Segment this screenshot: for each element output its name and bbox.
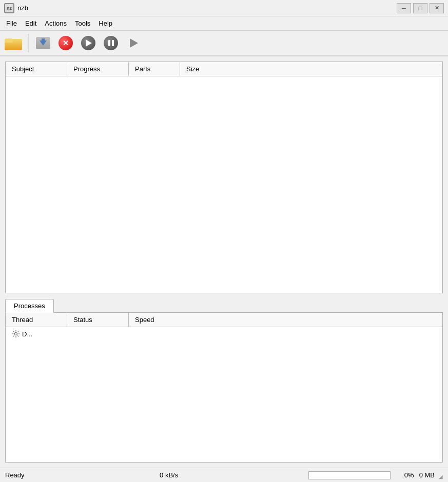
table-row: D...: [6, 327, 442, 340]
minimize-button[interactable]: ─: [397, 3, 411, 13]
download-arrow-icon: [40, 41, 47, 46]
processes-section: Processes Thread Status Speed: [5, 298, 443, 463]
pause-bar-right: [112, 40, 114, 46]
status-percent-label: 0%: [396, 471, 414, 479]
col-progress[interactable]: Progress: [67, 62, 129, 76]
toolbar: ✕: [0, 31, 448, 56]
processes-content: Thread Status Speed D...: [5, 312, 443, 463]
main-table-body: [6, 76, 442, 293]
open-button[interactable]: [3, 33, 24, 53]
resize-dots-icon: ◢: [439, 474, 443, 479]
menu-help[interactable]: Help: [94, 18, 116, 29]
play-outline-icon: [128, 37, 139, 49]
proc-thread-cell: D...: [6, 329, 67, 339]
toolbar-separator-1: [28, 34, 29, 52]
main-table: Subject Progress Parts Size: [5, 62, 443, 293]
window-controls: ─ □ ✕: [397, 3, 444, 13]
resume-button[interactable]: [78, 33, 99, 53]
proc-col-status[interactable]: Status: [67, 313, 129, 327]
col-subject[interactable]: Subject: [6, 62, 67, 76]
status-bar: Ready 0 kB/s 0% 0 MB ◢: [0, 468, 448, 482]
window-title: nzb: [17, 4, 397, 12]
pause-bar-left: [108, 40, 110, 46]
proc-speed-cell: [129, 333, 180, 335]
proc-status-cell: [67, 333, 129, 335]
proc-col-speed[interactable]: Speed: [129, 313, 180, 327]
menu-bar: File Edit Actions Tools Help: [0, 16, 448, 31]
col-size[interactable]: Size: [180, 62, 231, 76]
menu-edit[interactable]: Edit: [21, 18, 41, 29]
status-speed-label: 0 kB/s: [35, 471, 303, 479]
svg-point-0: [15, 333, 17, 335]
resize-handle[interactable]: ◢: [435, 471, 443, 479]
menu-tools[interactable]: Tools: [71, 18, 94, 29]
pause-button[interactable]: [101, 33, 121, 53]
proc-col-thread[interactable]: Thread: [6, 313, 67, 327]
pause-icon: [104, 36, 118, 50]
tab-processes[interactable]: Processes: [5, 299, 54, 313]
download-icon: [36, 37, 50, 49]
download-button[interactable]: [33, 33, 53, 53]
app-icon: nz: [4, 3, 14, 13]
gear-icon: [12, 330, 20, 338]
close-button[interactable]: ✕: [430, 3, 444, 13]
title-bar: nz nzb ─ □ ✕: [0, 0, 448, 16]
play-outline-button[interactable]: [123, 33, 144, 53]
maximize-button[interactable]: □: [413, 3, 427, 13]
folder-icon: [5, 36, 22, 50]
status-ready-label: Ready: [5, 471, 35, 479]
cancel-icon: ✕: [59, 36, 73, 50]
processes-table-header: Thread Status Speed: [6, 313, 442, 327]
menu-file[interactable]: File: [2, 18, 21, 29]
play-icon: [81, 36, 95, 50]
col-parts[interactable]: Parts: [129, 62, 180, 76]
processes-table-body: D...: [6, 327, 442, 462]
cancel-button[interactable]: ✕: [55, 33, 76, 53]
status-progress-bar: [308, 471, 391, 479]
main-table-header: Subject Progress Parts Size: [6, 62, 442, 76]
menu-actions[interactable]: Actions: [41, 18, 71, 29]
tab-bar: Processes: [5, 298, 443, 312]
status-size-label: 0 MB: [419, 471, 435, 479]
proc-thread-label: D...: [22, 330, 32, 338]
main-content: Subject Progress Parts Size Processes Th…: [0, 56, 448, 468]
